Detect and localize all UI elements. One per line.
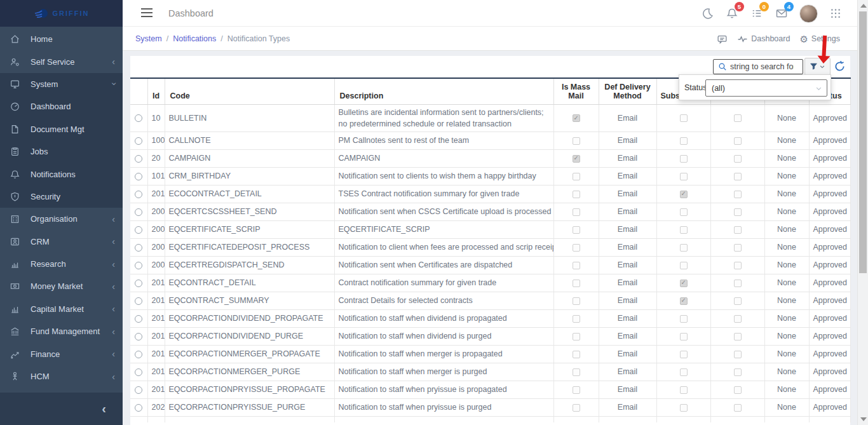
sidebar-item-jobs[interactable]: Jobs — [0, 140, 123, 163]
dark-mode-moon-icon[interactable] — [700, 6, 714, 20]
mass-mail-checkbox[interactable] — [573, 137, 580, 145]
table-row[interactable]: 2019EQCORPACTIONPRYISSUE_PROPAGATENotifi… — [130, 381, 850, 398]
status-filter-select[interactable]: (all) — [705, 79, 827, 97]
refresh-button[interactable] — [834, 60, 846, 72]
row-radio[interactable] — [135, 333, 142, 341]
sidebar-item-home[interactable]: Home — [0, 28, 123, 50]
header-is-mass-mail[interactable]: Is Mass Mail — [553, 78, 599, 104]
sidebar-item-research[interactable]: Research‹ — [0, 253, 123, 275]
mass-mail-checkbox[interactable] — [573, 155, 580, 163]
row-radio[interactable] — [135, 155, 142, 163]
header-description[interactable]: Description — [334, 78, 553, 104]
isscheduled-checkbox[interactable] — [734, 114, 742, 122]
notifications-bell-icon[interactable]: 5 — [725, 6, 739, 20]
table-row[interactable]: 2004EQCERTIFICATE_SCRIPEQCERTIFICATE_SCR… — [130, 220, 850, 238]
row-radio[interactable] — [135, 262, 142, 269]
mass-mail-checkbox[interactable] — [573, 368, 580, 376]
sidebar-item-capital-market[interactable]: Capital Market‹ — [0, 298, 123, 320]
isscheduled-checkbox[interactable] — [734, 333, 742, 341]
dashboard-link[interactable]: Dashboard — [737, 34, 790, 44]
row-radio[interactable] — [135, 297, 142, 305]
header-id[interactable]: Id — [147, 78, 165, 104]
scrollbar-thumb[interactable] — [859, 11, 867, 273]
row-radio[interactable] — [135, 315, 142, 323]
mass-mail-checkbox[interactable] — [573, 297, 580, 305]
isscheduled-checkbox[interactable] — [734, 155, 742, 163]
subscription-checkbox[interactable] — [680, 244, 688, 252]
isscheduled-checkbox[interactable] — [734, 191, 742, 198]
header-def-delivery-method[interactable]: Def Delivery Method — [599, 78, 656, 104]
table-row[interactable]: 20CAMPAIGNCAMPAIGNEmailNoneApproved — [130, 149, 850, 167]
table-row[interactable]: 2001EQCERTCSCSSHEET_SENDNotification sen… — [130, 203, 850, 220]
mass-mail-checkbox[interactable] — [573, 315, 580, 323]
logo[interactable]: GRIFFIN — [0, 0, 123, 27]
table-row[interactable]: 1010CRM_BIRTHDAYNotification sent to cli… — [130, 167, 850, 185]
subscription-checkbox[interactable] — [680, 226, 688, 234]
tasks-list-icon[interactable]: 0 — [750, 6, 764, 20]
isscheduled-checkbox[interactable] — [734, 386, 742, 394]
subscription-checkbox[interactable] — [680, 262, 688, 269]
settings-link[interactable]: ⚙ Settings — [799, 34, 840, 44]
sidebar-item-hcm[interactable]: HCM‹ — [0, 365, 123, 388]
isscheduled-checkbox[interactable] — [734, 226, 742, 234]
table-row[interactable]: 2020EQCORPACTIONPRYISSUE_PURGENotificati… — [130, 398, 850, 416]
vertical-scrollbar[interactable] — [857, 0, 868, 425]
row-radio[interactable] — [135, 280, 142, 287]
sidebar-item-self-service[interactable]: Self Service‹ — [0, 50, 123, 72]
row-radio[interactable] — [135, 386, 142, 394]
sidebar-item-system[interactable]: System‹ — [0, 73, 123, 95]
mass-mail-checkbox[interactable] — [573, 262, 580, 269]
sidebar-item-crm[interactable]: CRM‹ — [0, 231, 123, 253]
breadcrumb-link-system[interactable]: System — [135, 34, 162, 43]
subscription-checkbox[interactable] — [680, 368, 688, 376]
chat-icon[interactable] — [717, 34, 728, 44]
mass-mail-checkbox[interactable] — [573, 333, 580, 341]
mass-mail-checkbox[interactable] — [573, 351, 580, 358]
subscription-checkbox[interactable] — [680, 173, 688, 180]
row-radio[interactable] — [135, 137, 142, 145]
isscheduled-checkbox[interactable] — [734, 351, 742, 358]
row-radio[interactable] — [135, 226, 142, 234]
subscription-checkbox[interactable] — [680, 137, 688, 145]
apps-grid-icon[interactable] — [829, 6, 843, 20]
sidebar-item-document-mgt[interactable]: Document Mgt — [0, 118, 123, 140]
mass-mail-checkbox[interactable] — [573, 208, 580, 216]
row-radio[interactable] — [135, 351, 142, 358]
isscheduled-checkbox[interactable] — [734, 297, 742, 305]
row-radio[interactable] — [135, 368, 142, 376]
mass-mail-checkbox[interactable] — [573, 226, 580, 234]
isscheduled-checkbox[interactable] — [734, 368, 742, 376]
scrollbar-up-arrow[interactable] — [860, 4, 867, 8]
table-row[interactable]: 10BULLETINBulletins are incidental infor… — [130, 104, 850, 132]
row-radio[interactable] — [135, 244, 142, 252]
table-row[interactable]: 2018EQCORPACTIONMERGER_PURGENotification… — [130, 363, 850, 381]
isscheduled-checkbox[interactable] — [734, 315, 742, 323]
sidebar-item-security[interactable]: Security — [0, 186, 123, 208]
subscription-checkbox[interactable] — [680, 114, 688, 122]
mass-mail-checkbox[interactable] — [573, 114, 580, 122]
table-row[interactable]: 2010ECOCONTRACT_DETAILTSES Contract noti… — [130, 185, 850, 203]
filter-button[interactable] — [804, 58, 831, 75]
isscheduled-checkbox[interactable] — [734, 173, 742, 180]
mass-mail-checkbox[interactable] — [573, 386, 580, 394]
subscription-checkbox[interactable] — [680, 208, 688, 216]
mass-mail-checkbox[interactable] — [573, 191, 580, 198]
subscription-checkbox[interactable] — [680, 404, 688, 412]
search-input[interactable] — [730, 62, 794, 71]
isscheduled-checkbox[interactable] — [734, 137, 742, 145]
mass-mail-checkbox[interactable] — [573, 280, 580, 287]
sidebar-item-dashboard[interactable]: Dashboard — [0, 95, 123, 118]
subscription-checkbox[interactable] — [680, 351, 688, 358]
table-row[interactable]: 2015EQCORPACTIONDIVIDEND_PROPAGATENotifi… — [130, 309, 850, 327]
table-row[interactable]: 1001CALLNOTEPM Callnotes sent to rest of… — [130, 132, 850, 149]
table-row[interactable]: 2017EQCORPACTIONMERGER_PROPAGATENotifica… — [130, 345, 850, 363]
mass-mail-checkbox[interactable] — [573, 244, 580, 252]
isscheduled-checkbox[interactable] — [734, 244, 742, 252]
row-radio[interactable] — [135, 191, 142, 198]
isscheduled-checkbox[interactable] — [734, 280, 742, 287]
sidebar-item-finance[interactable]: Finance‹ — [0, 342, 123, 365]
row-radio[interactable] — [135, 404, 142, 412]
subscription-checkbox[interactable] — [680, 155, 688, 163]
table-row[interactable]: 2016EQCORPACTIONDIVIDEND_PURGENotificati… — [130, 327, 850, 345]
header-code[interactable]: Code — [165, 78, 334, 104]
